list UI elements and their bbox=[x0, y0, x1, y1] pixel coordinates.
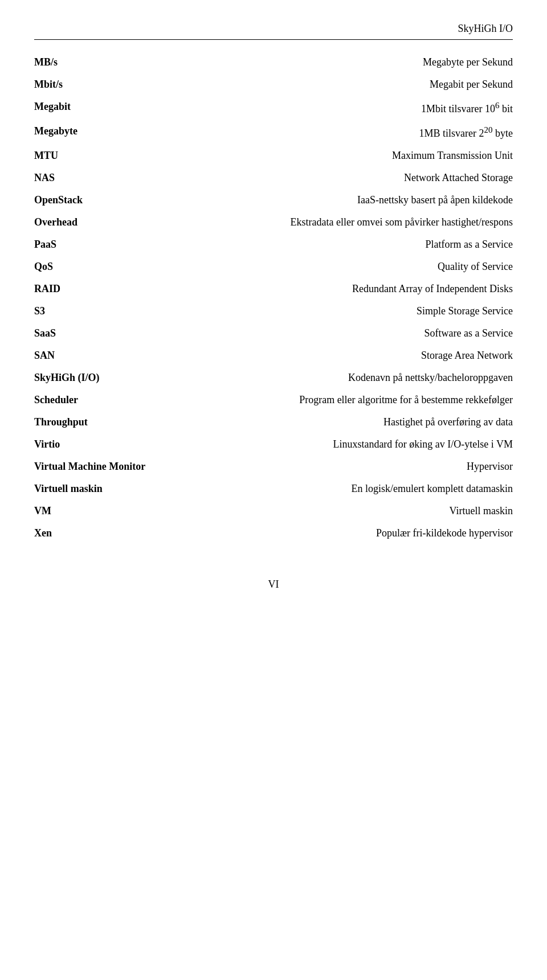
term-cell: SkyHiGh (I/O) bbox=[34, 367, 182, 389]
definition-cell: Redundant Array of Independent Disks bbox=[182, 278, 513, 300]
term-cell: SaaS bbox=[34, 322, 182, 345]
definition-cell: Program eller algoritme for å bestemme r… bbox=[182, 389, 513, 411]
definition-cell: IaaS-nettsky basert på åpen kildekode bbox=[182, 189, 513, 211]
table-row: XenPopulær fri-kildekode hypervisor bbox=[34, 522, 513, 544]
term-cell: VM bbox=[34, 500, 182, 522]
table-row: VirtioLinuxstandard for øking av I/O-yte… bbox=[34, 433, 513, 456]
term-cell: Mbit/s bbox=[34, 73, 182, 96]
definition-cell: Ekstradata eller omvei som påvirker hast… bbox=[182, 211, 513, 233]
term-cell: Throughput bbox=[34, 411, 182, 433]
definition-cell: Platform as a Service bbox=[182, 233, 513, 256]
definition-cell: Virtuell maskin bbox=[182, 500, 513, 522]
term-cell: Virtio bbox=[34, 433, 182, 456]
table-row: S3Simple Storage Service bbox=[34, 300, 513, 322]
term-cell: OpenStack bbox=[34, 189, 182, 211]
table-row: MTUMaximum Transmission Unit bbox=[34, 145, 513, 167]
definition-cell: Storage Area Network bbox=[182, 345, 513, 367]
definition-cell: 1MB tilsvarer 220 byte bbox=[182, 120, 513, 145]
table-row: Mbit/sMegabit per Sekund bbox=[34, 73, 513, 96]
table-row: OverheadEkstradata eller omvei som påvir… bbox=[34, 211, 513, 233]
term-cell: Xen bbox=[34, 522, 182, 544]
definition-cell: Software as a Service bbox=[182, 322, 513, 345]
definition-cell: Maximum Transmission Unit bbox=[182, 145, 513, 167]
term-cell: Overhead bbox=[34, 211, 182, 233]
definition-cell: 1Mbit tilsvarer 106 bit bbox=[182, 96, 513, 120]
term-cell: Virtual Machine Monitor bbox=[34, 456, 182, 478]
term-cell: NAS bbox=[34, 167, 182, 189]
definition-cell: Megabit per Sekund bbox=[182, 73, 513, 96]
table-row: SaaSSoftware as a Service bbox=[34, 322, 513, 345]
term-cell: S3 bbox=[34, 300, 182, 322]
definition-cell: Megabyte per Sekund bbox=[182, 51, 513, 73]
table-row: Virtual Machine MonitorHypervisor bbox=[34, 456, 513, 478]
definition-cell: Linuxstandard for øking av I/O-ytelse i … bbox=[182, 433, 513, 456]
table-row: RAIDRedundant Array of Independent Disks bbox=[34, 278, 513, 300]
definition-cell: Kodenavn på nettsky/bacheloroppgaven bbox=[182, 367, 513, 389]
term-cell: Megabit bbox=[34, 96, 182, 120]
table-row: QoSQuality of Service bbox=[34, 256, 513, 278]
table-row: SANStorage Area Network bbox=[34, 345, 513, 367]
table-row: OpenStackIaaS-nettsky basert på åpen kil… bbox=[34, 189, 513, 211]
page-number: VI bbox=[268, 579, 279, 590]
table-row: Megabyte1MB tilsvarer 220 byte bbox=[34, 120, 513, 145]
header-title: SkyHiGh I/O bbox=[458, 23, 513, 34]
table-row: Megabit1Mbit tilsvarer 106 bit bbox=[34, 96, 513, 120]
glossary-table: MB/sMegabyte per SekundMbit/sMegabit per… bbox=[34, 51, 513, 544]
page-footer: VI bbox=[34, 579, 513, 591]
table-row: ThroughputHastighet på overføring av dat… bbox=[34, 411, 513, 433]
table-row: MB/sMegabyte per Sekund bbox=[34, 51, 513, 73]
table-row: NASNetwork Attached Storage bbox=[34, 167, 513, 189]
term-cell: Megabyte bbox=[34, 120, 182, 145]
term-cell: MTU bbox=[34, 145, 182, 167]
term-cell: PaaS bbox=[34, 233, 182, 256]
definition-cell: Populær fri-kildekode hypervisor bbox=[182, 522, 513, 544]
definition-cell: Quality of Service bbox=[182, 256, 513, 278]
definition-cell: Simple Storage Service bbox=[182, 300, 513, 322]
term-cell: QoS bbox=[34, 256, 182, 278]
page-header: SkyHiGh I/O bbox=[34, 23, 513, 40]
term-cell: RAID bbox=[34, 278, 182, 300]
definition-cell: Network Attached Storage bbox=[182, 167, 513, 189]
definition-cell: En logisk/emulert komplett datamaskin bbox=[182, 478, 513, 500]
table-row: SchedulerProgram eller algoritme for å b… bbox=[34, 389, 513, 411]
table-row: PaaSPlatform as a Service bbox=[34, 233, 513, 256]
table-row: VMVirtuell maskin bbox=[34, 500, 513, 522]
term-cell: Scheduler bbox=[34, 389, 182, 411]
term-cell: MB/s bbox=[34, 51, 182, 73]
term-cell: SAN bbox=[34, 345, 182, 367]
definition-cell: Hypervisor bbox=[182, 456, 513, 478]
term-cell: Virtuell maskin bbox=[34, 478, 182, 500]
table-row: Virtuell maskinEn logisk/emulert komplet… bbox=[34, 478, 513, 500]
table-row: SkyHiGh (I/O)Kodenavn på nettsky/bachelo… bbox=[34, 367, 513, 389]
definition-cell: Hastighet på overføring av data bbox=[182, 411, 513, 433]
